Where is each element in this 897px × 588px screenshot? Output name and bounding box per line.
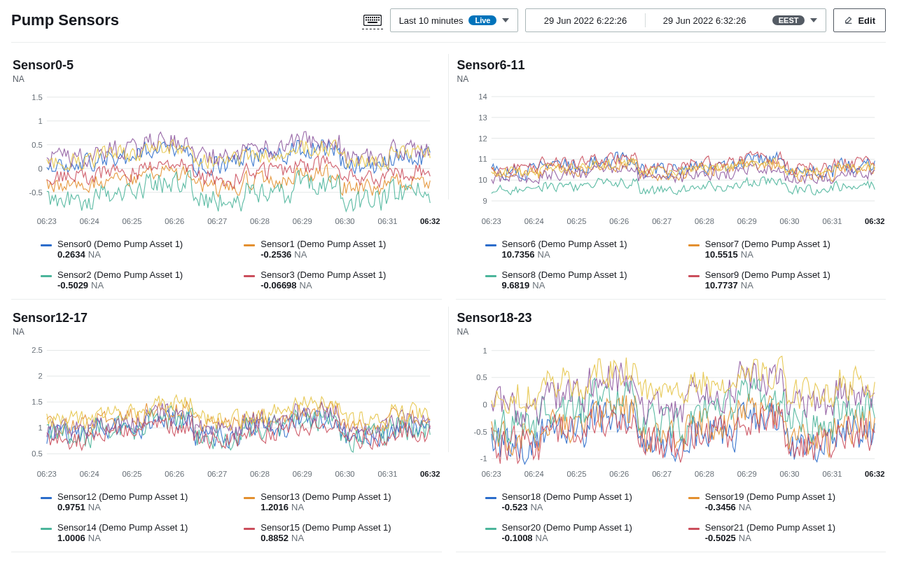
- legend-value: 0.8852: [260, 533, 288, 543]
- svg-text:06:23: 06:23: [481, 217, 501, 225]
- legend-item[interactable]: Sensor0 (Demo Pump Asset 1) 0.2634NA: [41, 239, 237, 260]
- legend-item[interactable]: Sensor15 (Demo Pump Asset 1) 0.8852NA: [244, 522, 440, 543]
- legend-unit: NA: [532, 280, 545, 290]
- chart-panel: Sensor0-5 NA -0.500.511.506:2306:2406:25…: [11, 50, 442, 300]
- legend-item[interactable]: Sensor14 (Demo Pump Asset 1) 1.0006NA: [41, 522, 237, 543]
- svg-text:06:26: 06:26: [609, 217, 629, 225]
- panel-unit: NA: [13, 327, 440, 337]
- svg-text:11: 11: [478, 155, 487, 164]
- svg-rect-2: [368, 17, 369, 18]
- legend-item[interactable]: Sensor6 (Demo Pump Asset 1) 10.7356NA: [485, 239, 681, 260]
- legend-swatch: [688, 528, 700, 530]
- legend-value: -0.2536: [260, 249, 291, 260]
- svg-text:06:29: 06:29: [737, 470, 756, 478]
- svg-rect-10: [370, 19, 371, 20]
- legend-item[interactable]: Sensor3 (Demo Pump Asset 1) -0.06698NA: [244, 270, 440, 290]
- timezone-badge: EEST: [772, 15, 805, 25]
- legend-item[interactable]: Sensor8 (Demo Pump Asset 1) 9.6819NA: [485, 270, 681, 290]
- legend-swatch: [485, 497, 496, 499]
- svg-rect-5: [374, 17, 375, 18]
- legend-item[interactable]: Sensor13 (Demo Pump Asset 1) 1.2016NA: [244, 491, 440, 512]
- end-time: 29 Jun 2022 6:32:26: [663, 15, 746, 26]
- svg-rect-1: [366, 17, 367, 18]
- legend-swatch: [485, 244, 496, 246]
- svg-text:14: 14: [478, 92, 487, 101]
- legend-unit: NA: [88, 502, 101, 512]
- edit-button[interactable]: Edit: [833, 8, 886, 32]
- legend-item[interactable]: Sensor19 (Demo Pump Asset 1) -0.3456NA: [688, 491, 884, 512]
- svg-text:06:25: 06:25: [123, 217, 142, 225]
- chart-plot[interactable]: 0.511.522.506:2306:2406:2506:2606:2706:2…: [13, 341, 440, 481]
- legend-item[interactable]: Sensor7 (Demo Pump Asset 1) 10.5515NA: [688, 239, 884, 260]
- svg-text:06:29: 06:29: [737, 217, 756, 225]
- legend-unit: NA: [291, 502, 304, 512]
- svg-text:1.5: 1.5: [32, 93, 43, 102]
- svg-text:06:29: 06:29: [293, 217, 312, 225]
- svg-text:-0.5: -0.5: [29, 188, 42, 197]
- svg-rect-11: [372, 19, 373, 20]
- svg-text:06:29: 06:29: [293, 470, 312, 478]
- svg-rect-6: [376, 17, 377, 18]
- legend-unit: NA: [538, 249, 550, 260]
- legend-item[interactable]: Sensor18 (Demo Pump Asset 1) -0.523NA: [485, 491, 681, 512]
- svg-text:06:31: 06:31: [377, 470, 397, 478]
- svg-text:2: 2: [39, 372, 43, 380]
- svg-text:0: 0: [39, 164, 43, 173]
- svg-text:06:28: 06:28: [694, 217, 714, 225]
- chart-plot[interactable]: 9101112131406:2306:2406:2506:2606:2706:2…: [457, 88, 885, 228]
- legend-label: Sensor3 (Demo Pump Asset 1): [260, 270, 386, 280]
- legend-unit: NA: [530, 502, 543, 512]
- legend-item[interactable]: Sensor2 (Demo Pump Asset 1) -0.5029NA: [41, 270, 237, 290]
- legend-label: Sensor1 (Demo Pump Asset 1): [260, 239, 386, 249]
- legend-label: Sensor6 (Demo Pump Asset 1): [502, 239, 627, 249]
- legend-unit: NA: [91, 280, 104, 290]
- legend-item[interactable]: Sensor20 (Demo Pump Asset 1) -0.1008NA: [485, 522, 681, 543]
- svg-text:06:24: 06:24: [524, 470, 543, 478]
- chart-plot[interactable]: -0.500.511.506:2306:2406:2506:2606:2706:…: [13, 88, 440, 228]
- time-window-control[interactable]: 29 Jun 2022 6:22:26 29 Jun 2022 6:32:26 …: [525, 8, 826, 32]
- svg-text:1.5: 1.5: [32, 398, 43, 406]
- dashboard-header: Pump Sensors Last 10 minutes Live 29 Jun…: [11, 8, 886, 43]
- start-time: 29 Jun 2022 6:22:26: [544, 15, 627, 26]
- svg-text:06:26: 06:26: [165, 217, 184, 225]
- svg-text:06:24: 06:24: [80, 470, 99, 478]
- legend-label: Sensor2 (Demo Pump Asset 1): [57, 270, 183, 280]
- legend-swatch: [244, 244, 255, 246]
- svg-rect-3: [370, 17, 371, 18]
- edit-icon: [844, 15, 854, 25]
- legend-value: 9.6819: [502, 280, 530, 290]
- svg-text:06:23: 06:23: [37, 470, 57, 478]
- svg-text:10: 10: [478, 176, 487, 184]
- legend-item[interactable]: Sensor1 (Demo Pump Asset 1) -0.2536NA: [244, 239, 440, 260]
- live-badge: Live: [468, 15, 496, 25]
- legend-item[interactable]: Sensor21 (Demo Pump Asset 1) -0.5025NA: [688, 522, 884, 543]
- svg-text:06:26: 06:26: [609, 470, 629, 478]
- svg-text:06:31: 06:31: [377, 217, 397, 225]
- time-range-selector[interactable]: Last 10 minutes Live: [390, 8, 519, 32]
- keyboard-icon[interactable]: [362, 11, 383, 29]
- legend-label: Sensor12 (Demo Pump Asset 1): [57, 491, 188, 502]
- legend: Sensor0 (Demo Pump Asset 1) 0.2634NA Sen…: [13, 230, 440, 292]
- chart-plot[interactable]: -1-0.500.5106:2306:2406:2506:2606:2706:2…: [457, 341, 885, 481]
- legend-unit: NA: [88, 533, 101, 543]
- svg-text:0.5: 0.5: [32, 141, 43, 149]
- svg-text:9: 9: [482, 197, 487, 205]
- legend-unit: NA: [741, 280, 753, 290]
- svg-rect-12: [374, 19, 375, 20]
- svg-text:-1: -1: [480, 454, 487, 463]
- legend-unit: NA: [294, 249, 307, 260]
- svg-text:06:30: 06:30: [335, 217, 355, 225]
- legend-swatch: [688, 244, 700, 246]
- svg-text:06:25: 06:25: [123, 470, 142, 478]
- legend-unit: NA: [739, 502, 751, 512]
- chart-panel: Sensor18-23 NA -1-0.500.5106:2306:2406:2…: [456, 302, 886, 552]
- legend-swatch: [244, 275, 255, 277]
- chart-panel: Sensor6-11 NA 9101112131406:2306:2406:25…: [456, 50, 886, 300]
- chevron-down-icon: [810, 18, 817, 22]
- legend-item[interactable]: Sensor9 (Demo Pump Asset 1) 10.7737NA: [688, 270, 884, 290]
- legend-swatch: [688, 275, 700, 277]
- svg-text:06:30: 06:30: [335, 470, 355, 478]
- legend-swatch: [41, 497, 52, 499]
- legend-item[interactable]: Sensor12 (Demo Pump Asset 1) 0.9751NA: [41, 491, 237, 512]
- svg-text:06:27: 06:27: [652, 217, 672, 225]
